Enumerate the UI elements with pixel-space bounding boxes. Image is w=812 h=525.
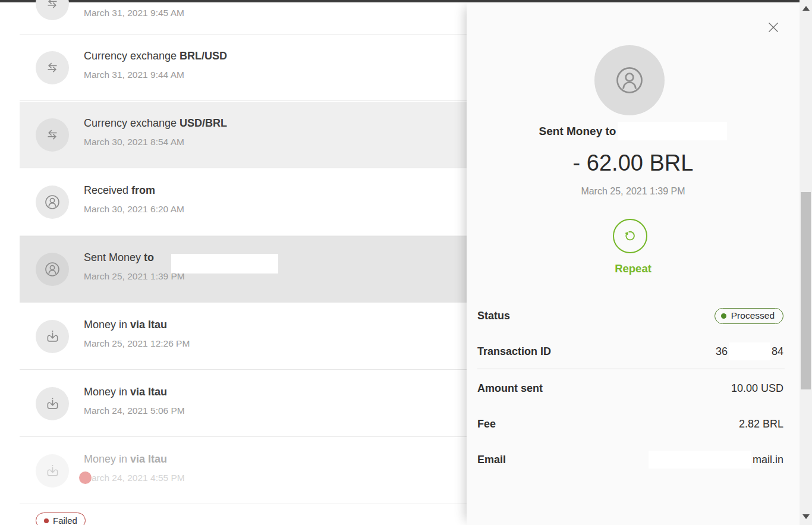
transactions-page: March 31, 2021 9:45 AM Currency exchange… (0, 0, 812, 525)
status-dot-icon (721, 313, 726, 319)
fee-value: 2.82 BRL (739, 418, 783, 430)
transaction-row[interactable]: Currency exchange USD/BRL March 30, 2021… (20, 102, 467, 168)
transaction-title: Money in via Itau (84, 386, 167, 398)
scrollbar[interactable] (800, 0, 812, 525)
detail-row-fee: Fee 2.82 BRL (477, 415, 783, 433)
person-icon (611, 62, 648, 99)
detail-row-transaction-id: Transaction ID 36 84 (477, 342, 783, 360)
transaction-datetime: March 25, 2021 1:39 PM (467, 186, 800, 197)
detail-row-status: Status Processed (477, 307, 783, 325)
transaction-row[interactable]: Received from March 30, 2021 6:20 AM (20, 169, 467, 235)
redacted-name-box (171, 254, 278, 273)
avatar (594, 45, 665, 115)
transaction-amount: - 62.00 BRL (467, 150, 800, 176)
transaction-row-selected[interactable]: Sent Money to March 25, 2021 1:39 PM (20, 236, 467, 303)
divider (477, 369, 785, 369)
transaction-title: Currency exchange BRL/USD (84, 50, 227, 62)
status-badge: Processed (715, 308, 783, 324)
detail-title: Sent Money to (539, 125, 616, 138)
transaction-date: March 25, 2021 1:39 PM (84, 271, 185, 282)
transaction-date: March 24, 2021 5:06 PM (84, 405, 185, 416)
transaction-row[interactable]: Money in via Itau March 25, 2021 12:26 P… (20, 303, 467, 370)
repeat-icon (621, 227, 639, 245)
scroll-up-arrow-icon[interactable] (802, 6, 810, 11)
transaction-title: Sent Money to (84, 252, 154, 264)
transaction-row[interactable]: Currency exchange BRL/USD March 31, 2021… (20, 34, 467, 101)
transaction-date: March 30, 2021 8:54 AM (84, 137, 184, 147)
transaction-row[interactable]: Money in via Itau March 24, 2021 5:06 PM (20, 370, 467, 437)
amount-sent-value: 10.00 USD (731, 382, 783, 395)
transaction-row-failed[interactable]: Money in via Itau March 24, 2021 4:55 PM (20, 438, 467, 504)
transaction-title: Money in via Itau (84, 453, 167, 466)
detail-row-email: Email mail.in (477, 451, 783, 469)
transaction-id-value: 36 84 (716, 342, 783, 360)
scrollbar-thumb[interactable] (801, 192, 811, 389)
detail-row-amount-sent: Amount sent 10.00 USD (477, 379, 783, 397)
redacted-email-box (649, 451, 751, 469)
currency-exchange-icon (36, 118, 69, 152)
redacted-name-box (618, 122, 727, 140)
email-value: mail.in (649, 451, 783, 469)
failed-indicator-dot (79, 471, 92, 484)
currency-exchange-icon (36, 51, 69, 84)
money-in-icon (36, 454, 69, 488)
transaction-date: March 31, 2021 9:44 AM (84, 70, 184, 80)
person-icon (36, 253, 69, 286)
transaction-date: March 30, 2021 6:20 AM (84, 204, 184, 215)
close-icon[interactable] (765, 19, 782, 36)
currency-exchange-icon (36, 0, 69, 20)
transaction-date: March 31, 2021 9:45 AM (84, 8, 184, 18)
failed-status-badge: Failed (36, 513, 86, 525)
transaction-title: Money in via Itau (84, 319, 167, 331)
transaction-title: Received from (84, 184, 155, 197)
failed-dot-icon (44, 518, 49, 523)
repeat-label[interactable]: Repeat (467, 262, 800, 275)
money-in-icon (36, 320, 69, 353)
repeat-button[interactable] (613, 219, 647, 253)
scroll-down-arrow-icon[interactable] (802, 514, 810, 519)
person-icon (36, 186, 69, 219)
transaction-title: Currency exchange USD/BRL (84, 117, 227, 130)
money-in-icon (36, 387, 69, 420)
transaction-detail-panel: Sent Money to - 62.00 BRL March 25, 2021… (467, 2, 800, 525)
transaction-row[interactable]: March 31, 2021 9:45 AM (20, 2, 467, 34)
transaction-date: March 25, 2021 12:26 PM (84, 338, 190, 349)
transaction-date: March 24, 2021 4:55 PM (84, 473, 185, 483)
redacted-id-box (729, 342, 770, 360)
